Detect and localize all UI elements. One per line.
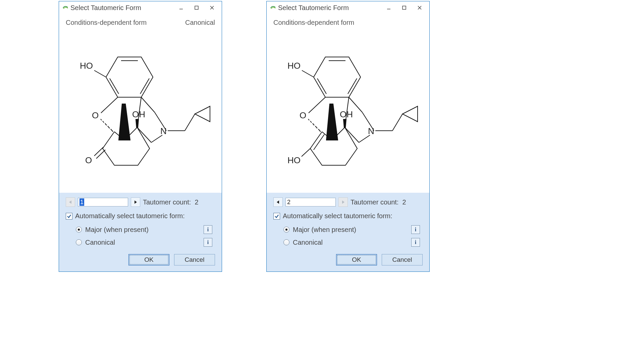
- subheader-right: Canonical: [185, 19, 215, 26]
- svg-line-12: [108, 126, 110, 128]
- atom-N: N: [368, 126, 374, 136]
- auto-select-label: Automatically select tautomeric form:: [283, 212, 392, 220]
- svg-line-43: [315, 126, 317, 128]
- svg-line-42: [313, 123, 314, 125]
- svg-marker-29: [69, 200, 71, 204]
- svg-line-10: [103, 121, 104, 123]
- svg-marker-50: [326, 104, 338, 140]
- nav-row: 2 Tautomer count: 2: [273, 197, 423, 207]
- svg-line-58: [392, 114, 402, 131]
- structure-canvas[interactable]: HO O OH N: [59, 28, 222, 193]
- keto-group: O: [85, 147, 105, 165]
- svg-line-21: [151, 135, 162, 142]
- auto-select-checkbox[interactable]: [273, 213, 280, 220]
- radio-canonical-label: Canonical: [85, 239, 115, 246]
- radio-canonical[interactable]: [76, 239, 82, 245]
- radio-major-label: Major (when present): [293, 226, 356, 234]
- prev-tautomer-button[interactable]: [273, 197, 283, 207]
- titlebar[interactable]: Select Tautomeric Form: [59, 1, 222, 14]
- minimize-button[interactable]: [173, 2, 189, 13]
- nav-row: 1 Tautomer count: 2: [66, 197, 215, 207]
- info-canonical-button[interactable]: i: [204, 238, 212, 247]
- svg-line-8: [101, 97, 118, 113]
- structure-canvas[interactable]: HO O OH N: [267, 28, 429, 193]
- cancel-button[interactable]: Cancel: [382, 254, 423, 265]
- prev-tautomer-button[interactable]: [66, 197, 75, 207]
- atom-HO: HO: [80, 61, 93, 71]
- svg-marker-59: [402, 106, 418, 122]
- app-icon: [62, 5, 68, 11]
- svg-line-41: [310, 121, 312, 123]
- next-tautomer-button[interactable]: [338, 197, 348, 207]
- auto-select-checkbox[interactable]: [66, 213, 72, 220]
- atom-O: O: [300, 110, 306, 120]
- radio-major[interactable]: [283, 227, 289, 233]
- radio-major-row: Major (when present) i: [66, 223, 215, 236]
- svg-line-25: [96, 150, 105, 159]
- info-major-button[interactable]: i: [204, 225, 212, 234]
- svg-line-13: [111, 129, 113, 132]
- svg-line-40: [308, 119, 309, 120]
- stage: Select Tautomeric Form Conditions-depend…: [0, 0, 644, 362]
- svg-marker-28: [195, 106, 210, 122]
- close-button[interactable]: [412, 2, 427, 13]
- svg-line-56: [302, 148, 310, 157]
- radio-canonical-row: Canonical i: [273, 236, 423, 249]
- radio-canonical-row: Canonical i: [66, 236, 215, 249]
- cancel-button[interactable]: Cancel: [174, 254, 215, 265]
- maximize-button[interactable]: [396, 2, 412, 13]
- svg-line-51: [345, 127, 359, 142]
- atom-O: O: [92, 110, 99, 120]
- close-button[interactable]: [204, 2, 220, 13]
- svg-line-44: [318, 129, 321, 132]
- ok-button[interactable]: OK: [128, 254, 169, 265]
- index-value: 1: [79, 198, 84, 206]
- svg-marker-60: [277, 200, 279, 204]
- svg-rect-1: [195, 6, 198, 9]
- svg-line-38: [302, 70, 314, 77]
- radio-major[interactable]: [76, 227, 82, 233]
- minimize-button[interactable]: [381, 2, 396, 13]
- app-icon: [270, 5, 276, 11]
- next-tautomer-button[interactable]: [131, 197, 140, 207]
- tautomer-index-input[interactable]: 1: [78, 198, 128, 206]
- svg-line-9: [101, 119, 102, 120]
- molecule-structure: HO O OH N: [273, 39, 421, 166]
- button-row: OK Cancel: [66, 254, 215, 265]
- atom-O-keto: O: [85, 155, 92, 165]
- svg-line-52: [359, 135, 370, 142]
- info-canonical-button[interactable]: i: [411, 238, 420, 247]
- info-major-button[interactable]: i: [411, 225, 420, 234]
- auto-select-row: Automatically select tautomeric form:: [66, 212, 215, 220]
- auto-select-label: Automatically select tautomeric form:: [75, 212, 185, 220]
- window-title: Select Tautomeric Form: [278, 4, 349, 12]
- window-title: Select Tautomeric Form: [70, 4, 141, 12]
- index-value: 2: [287, 199, 290, 205]
- tautomer-count-label: Tautomer count: 2: [143, 198, 199, 206]
- svg-line-11: [105, 123, 107, 125]
- radio-major-label: Major (when present): [85, 226, 149, 234]
- tautomer-count-label: Tautomer count: 2: [351, 198, 406, 206]
- svg-line-7: [94, 70, 106, 77]
- svg-line-55: [314, 134, 324, 150]
- svg-marker-61: [342, 200, 344, 204]
- ok-button[interactable]: OK: [336, 254, 377, 265]
- svg-marker-30: [135, 200, 137, 204]
- titlebar[interactable]: Select Tautomeric Form: [267, 1, 429, 14]
- svg-line-27: [185, 114, 195, 131]
- svg-marker-19: [119, 104, 130, 140]
- dialog-tautomer-right: Select Tautomeric Form Conditions-depend…: [266, 1, 430, 272]
- atom-HO: HO: [287, 61, 301, 71]
- dialog-tautomer-left: Select Tautomeric Form Conditions-depend…: [59, 1, 222, 272]
- atom-HO-enol: HO: [287, 155, 301, 165]
- maximize-button[interactable]: [189, 2, 204, 13]
- svg-line-24: [94, 147, 103, 156]
- svg-line-20: [137, 127, 151, 142]
- subheader-left: Conditions-dependent form: [273, 19, 354, 26]
- svg-rect-32: [402, 6, 406, 9]
- tautomer-index-input[interactable]: 2: [285, 198, 336, 206]
- radio-major-row: Major (when present) i: [273, 223, 423, 236]
- atom-N: N: [160, 126, 167, 136]
- footer: 2 Tautomer count: 2 Automatically select…: [267, 193, 429, 272]
- radio-canonical[interactable]: [283, 239, 289, 245]
